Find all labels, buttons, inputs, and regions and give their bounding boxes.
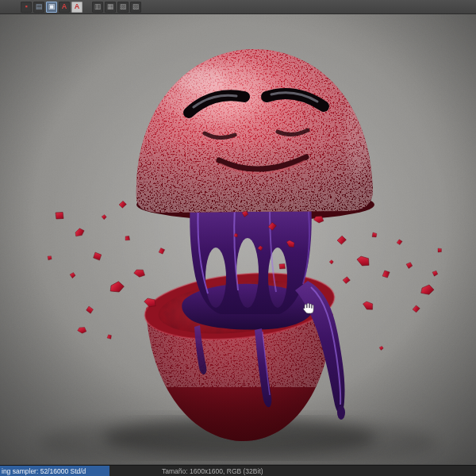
render-progress-text: ing sampler: 52/16000 Std/d bbox=[2, 467, 86, 475]
icon-glyph: ▥ bbox=[94, 3, 102, 10]
status-bar: ing sampler: 52/16000 Std/d Tamaño: 1600… bbox=[0, 465, 476, 476]
icon-glyph: A bbox=[75, 3, 80, 10]
annotation-a-icon[interactable]: A bbox=[59, 2, 70, 13]
icon-glyph: ▧ bbox=[120, 3, 127, 10]
annotation-a2-icon[interactable]: A bbox=[71, 2, 83, 13]
clone-view-icon[interactable]: ▪ bbox=[21, 2, 32, 13]
icon-glyph: ▣ bbox=[48, 3, 56, 10]
channels-icon[interactable]: ▦ bbox=[105, 2, 116, 13]
toolbar: ▪ ▤ ▣ A A ▥ ▦ ▧ ▨ bbox=[0, 0, 476, 14]
film-grain bbox=[0, 14, 476, 464]
render-viewport[interactable] bbox=[0, 14, 476, 465]
app-window: ▪ ▤ ▣ A A ▥ ▦ ▧ ▨ bbox=[0, 0, 476, 476]
icon-glyph: ▦ bbox=[107, 3, 114, 10]
histogram-icon[interactable]: ▥ bbox=[92, 2, 103, 13]
icon-glyph: ▤ bbox=[36, 3, 43, 10]
image-size-label: Tamaño: 1600x1600, RGB (32Bit) bbox=[162, 467, 263, 475]
icon-glyph: ▪ bbox=[25, 3, 27, 10]
folder-icon[interactable]: ▤ bbox=[33, 2, 44, 13]
settings-icon[interactable]: ▨ bbox=[130, 2, 141, 13]
layers-icon[interactable]: ▧ bbox=[117, 2, 129, 13]
icon-glyph: ▨ bbox=[132, 3, 140, 10]
icon-glyph: A bbox=[62, 3, 67, 10]
compare-icon[interactable]: ▣ bbox=[46, 2, 57, 13]
render-progress-bar: ing sampler: 52/16000 Std/d bbox=[0, 466, 109, 476]
render-image bbox=[0, 14, 476, 464]
